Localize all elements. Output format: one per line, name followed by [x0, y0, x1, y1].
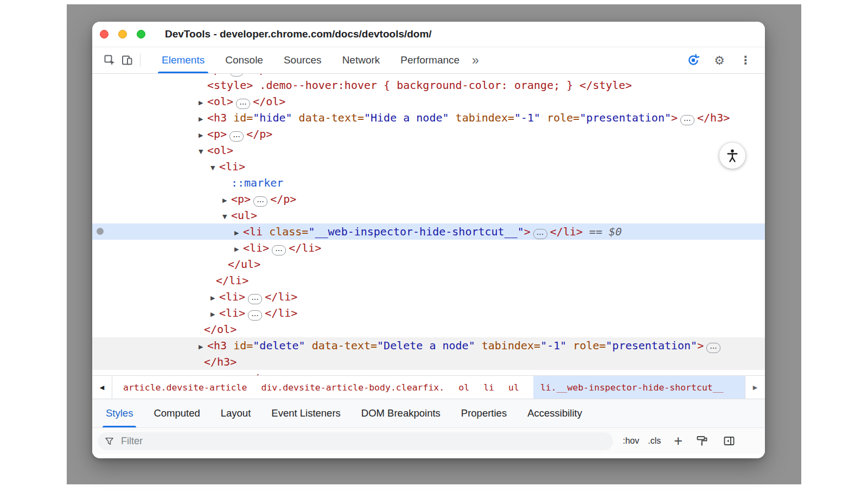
ellipsis-expander[interactable]	[272, 245, 286, 255]
token-tag: </h3>	[204, 355, 237, 368]
breadcrumb-item[interactable]: ol	[458, 376, 469, 399]
dom-tree-row[interactable]: <style> .demo--hover:hover { background-…	[92, 77, 765, 93]
token-tag: <p>	[207, 74, 227, 75]
show-sidebar-icon[interactable]	[722, 433, 737, 449]
expand-arrow-icon[interactable]: ▶	[234, 241, 243, 258]
dom-tree-row[interactable]: ▶<li class="__web-inspector-hide-shortcu…	[92, 223, 765, 240]
token-val: "presentation"	[579, 111, 671, 124]
toggle-element-state-button[interactable]: :hov	[623, 436, 639, 446]
device-toolbar-icon[interactable]	[118, 52, 136, 69]
breadcrumb-item[interactable]: article.devsite-article	[123, 376, 247, 399]
tab-sources[interactable]: Sources	[273, 47, 332, 73]
inspect-element-icon[interactable]	[101, 52, 118, 69]
expand-arrow-icon[interactable]: ▶	[199, 95, 207, 111]
tab-styles[interactable]: Styles	[95, 399, 143, 427]
dom-tree-row[interactable]: ▶<p></p>	[92, 370, 765, 375]
tab-network[interactable]: Network	[332, 47, 391, 73]
ellipsis-expander[interactable]	[229, 74, 244, 76]
styles-filter-field[interactable]	[98, 432, 613, 450]
token-attr: data-text=	[305, 339, 377, 352]
tab-elements[interactable]: Elements	[151, 47, 215, 73]
dom-tree-row[interactable]: ▼<ul>	[92, 207, 765, 223]
token-tag: <h3	[207, 111, 227, 124]
token-tag: <ol>	[207, 95, 233, 108]
dom-tree-row[interactable]: ▶<p></p>	[92, 126, 765, 142]
breadcrumb-scroll-left-icon[interactable]: ◀	[92, 376, 112, 399]
ellipsis-expander[interactable]	[533, 229, 547, 239]
breadcrumb-item[interactable]: div.devsite-article-body.clearfix.	[261, 376, 444, 399]
new-style-rule-button[interactable]: +	[674, 434, 682, 449]
ellipsis-expander[interactable]	[248, 294, 262, 304]
zoom-window-button[interactable]	[137, 30, 145, 39]
expand-arrow-icon[interactable]: ▶	[210, 306, 219, 323]
dom-tree-row[interactable]: ▶<ol></ol>	[92, 93, 765, 110]
token-tag: </li>	[216, 274, 248, 287]
tab-performance[interactable]: Performance	[390, 47, 470, 73]
tab-dom-breakpoints[interactable]: DOM Breakpoints	[351, 399, 451, 427]
dom-tree-row[interactable]: ::marker	[92, 175, 765, 191]
dom-tree-row[interactable]: ▶<li></li>	[92, 305, 765, 321]
styles-filter-input[interactable]	[120, 435, 567, 447]
close-window-button[interactable]	[100, 30, 108, 39]
expand-arrow-icon[interactable]: ▶	[222, 193, 231, 209]
breadcrumb-item-selected[interactable]: li.__web-inspector-hide-shortcut__	[533, 376, 745, 399]
expand-arrow-icon[interactable]: ▶	[210, 290, 219, 306]
ellipsis-expander[interactable]	[229, 375, 244, 376]
expand-arrow-icon[interactable]: ▼	[210, 160, 219, 176]
dom-tree-row[interactable]: </ul>	[92, 256, 765, 272]
tab-console[interactable]: Console	[215, 47, 273, 73]
token-tag: >	[524, 225, 531, 238]
breadcrumb-item[interactable]: li	[483, 376, 494, 399]
tab-accessibility[interactable]: Accessibility	[517, 399, 592, 427]
expand-arrow-icon[interactable]: ▼	[222, 209, 231, 225]
accessibility-person-icon[interactable]	[719, 143, 745, 169]
dom-tree-row[interactable]: </h3>	[92, 354, 765, 370]
dom-tree-row[interactable]: ▶<h3 id="hide" data-text="Hide a node" t…	[92, 110, 765, 126]
token-pseudo: ::marker	[231, 176, 283, 189]
ellipsis-expander[interactable]	[248, 310, 262, 321]
token-attr: id=	[227, 339, 253, 352]
dom-tree-row[interactable]: ▶<li></li>	[92, 240, 765, 256]
dom-tree-row[interactable]: </ol>	[92, 321, 765, 337]
expand-arrow-icon[interactable]: ▶	[199, 372, 207, 375]
minimize-window-button[interactable]	[118, 30, 127, 39]
ellipsis-expander[interactable]	[706, 343, 720, 353]
token-tag: </ol>	[204, 323, 237, 336]
token-tag: <style>	[207, 79, 253, 92]
expand-arrow-icon[interactable]: ▶	[199, 111, 207, 127]
token-tag: .demo--hover:hover { background-color: o…	[253, 79, 579, 92]
tab-layout[interactable]: Layout	[210, 399, 261, 427]
tab-properties[interactable]: Properties	[451, 399, 517, 427]
ellipsis-expander[interactable]	[253, 196, 267, 207]
token-attr: class=	[263, 225, 308, 238]
tab-computed[interactable]: Computed	[143, 399, 210, 427]
token-eq: ==	[583, 225, 609, 238]
expand-arrow-icon[interactable]: ▶	[199, 339, 207, 355]
tab-event-listeners[interactable]: Event Listeners	[261, 399, 351, 427]
dom-tree-row[interactable]: ▶<p></p>	[92, 191, 765, 207]
dom-tree-row[interactable]: ▶<h3 id="delete" data-text="Delete a nod…	[92, 337, 765, 354]
ellipsis-expander[interactable]	[236, 99, 250, 109]
token-tag: </p>	[246, 74, 272, 75]
dom-tree-row[interactable]: </li>	[92, 272, 765, 289]
element-classes-button[interactable]: .cls	[648, 436, 661, 446]
dom-tree-row[interactable]: ▶<li></li>	[92, 289, 765, 305]
window-title: DevTools - developer.chrome.com/docs/dev…	[165, 28, 432, 40]
kebab-menu-icon[interactable]: ⋮	[737, 52, 754, 69]
ellipsis-expander[interactable]	[229, 131, 244, 142]
dom-tree-row[interactable]: ▼<li>	[92, 158, 765, 175]
paint-roller-icon[interactable]	[694, 433, 710, 449]
breadcrumb-item[interactable]: ul	[508, 376, 519, 399]
expand-arrow-icon[interactable]: ▶	[234, 225, 243, 241]
token-attr: tabindex=	[449, 111, 514, 124]
breadcrumb-scroll-right-icon[interactable]: ▶	[745, 376, 765, 399]
settings-gear-icon[interactable]: ⚙	[711, 52, 728, 69]
expand-arrow-icon[interactable]: ▼	[199, 144, 207, 160]
token-tag: <p>	[207, 372, 227, 375]
expand-arrow-icon[interactable]: ▶	[199, 127, 207, 144]
ellipsis-expander[interactable]	[680, 115, 694, 125]
dom-tree-row[interactable]: ▼<ol>	[92, 142, 765, 158]
devtools-toolbar: ElementsConsoleSourcesNetworkPerformance…	[92, 47, 765, 74]
more-tabs-chevron-icon[interactable]: »	[472, 53, 490, 68]
updates-refresh-icon[interactable]	[685, 52, 702, 69]
